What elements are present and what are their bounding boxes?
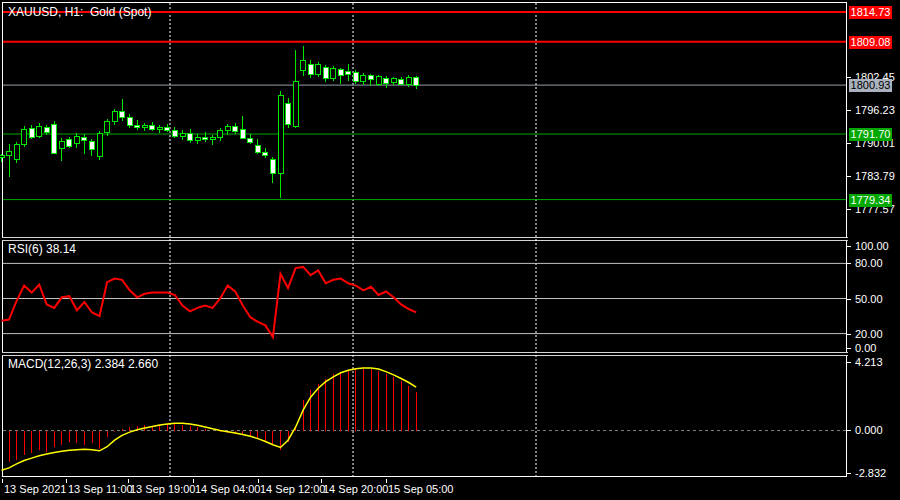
price-axis-tick <box>846 362 851 363</box>
price-tick-label: 4.213 <box>855 357 883 368</box>
chart-title: XAUUSD, H1: Gold (Spot) <box>8 5 151 19</box>
time-tick-label: 13 Sep 11:00 <box>68 484 133 495</box>
time-axis-tick <box>193 479 194 483</box>
time-axis-tick <box>2 479 3 483</box>
price-axis-tick <box>846 473 851 474</box>
time-tick-label: 13 Sep 2021 <box>4 484 66 495</box>
price-line-label: 1779.34 <box>849 194 892 207</box>
panel-separator-rsi[interactable] <box>2 237 848 241</box>
price-line-label: 1809.08 <box>849 36 892 49</box>
price-tick-label: -2.832 <box>855 468 886 479</box>
price-axis-tick <box>846 299 851 300</box>
time-axis-tick <box>386 479 387 483</box>
time-axis-tick <box>66 479 67 483</box>
time-tick-label: 14 Sep 04:00 <box>195 484 260 495</box>
panel-separator-macd[interactable] <box>2 352 848 356</box>
price-axis-tick <box>846 209 851 210</box>
macd-indicator-label: MACD(12,26,3) 2.384 2.660 <box>8 357 158 371</box>
time-axis-tick <box>128 479 129 483</box>
time-axis-tick <box>321 479 322 483</box>
price-axis-tick <box>846 110 851 111</box>
price-axis-tick <box>846 263 851 264</box>
price-tick-label: 0.000 <box>855 425 883 436</box>
time-tick-label: 14 Sep 12:00 <box>260 484 325 495</box>
price-tick-label: 1783.79 <box>855 171 895 182</box>
price-tick-label: 0.00 <box>855 343 876 354</box>
price-line-label: 1814.73 <box>849 6 892 19</box>
time-tick-label: 15 Sep 05:00 <box>388 484 453 495</box>
price-axis-tick <box>846 430 851 431</box>
price-axis-tick <box>846 334 851 335</box>
time-axis-tick <box>258 479 259 483</box>
price-axis-tick <box>846 176 851 177</box>
chart-window: XAUUSD, H1: Gold (Spot) RSI(6) 38.14 MAC… <box>0 0 900 500</box>
price-tick-label: 50.00 <box>855 294 883 305</box>
price-axis-tick <box>846 246 851 247</box>
price-axis-tick <box>846 348 851 349</box>
price-tick-label: 1796.23 <box>855 105 895 116</box>
rsi-indicator-label: RSI(6) 38.14 <box>8 242 76 256</box>
price-axis-tick <box>846 143 851 144</box>
price-tick-label: 100.00 <box>855 241 889 252</box>
price-tick-label: 20.00 <box>855 329 883 340</box>
price-axis-tick <box>846 77 851 78</box>
time-tick-label: 13 Sep 19:00 <box>130 484 195 495</box>
price-line-label: 1791.70 <box>849 128 892 141</box>
price-tick-label: 80.00 <box>855 258 883 269</box>
time-tick-label: 14 Sep 20:00 <box>323 484 388 495</box>
current-price-label: 1800.93 <box>849 79 892 92</box>
